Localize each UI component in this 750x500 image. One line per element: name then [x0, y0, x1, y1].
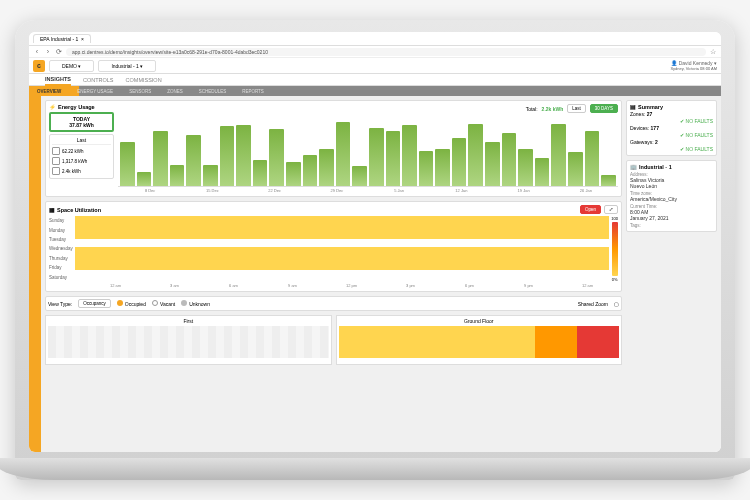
- occupied-dot: [117, 300, 123, 306]
- bar[interactable]: [551, 124, 566, 186]
- heatmap-scale: [612, 222, 618, 276]
- app-header: c DEMO ▾ Industrial - 1 ▾ 👤 David Kenned…: [29, 58, 721, 74]
- site-title: 🏢 Industrial - 1: [630, 164, 713, 170]
- bar[interactable]: [153, 131, 168, 186]
- zoom-toggle[interactable]: ▢: [614, 301, 619, 307]
- bar[interactable]: [303, 155, 318, 186]
- bar[interactable]: [386, 131, 401, 186]
- subtab-energy[interactable]: ENERGY USAGE: [73, 89, 117, 94]
- space-panel: ▦ Space Utilization Open ⤢ SundayMondayT…: [45, 201, 622, 292]
- user-info[interactable]: 👤 David Kennedy ▾ Sydney, Victoria 08:00…: [670, 60, 717, 71]
- bar[interactable]: [170, 165, 185, 186]
- site-info-panel: 🏢 Industrial - 1 Address: Salinas Victor…: [626, 160, 717, 232]
- browser-tab[interactable]: EPA Industrial - 1 ×: [33, 34, 91, 43]
- bar[interactable]: [369, 128, 384, 186]
- org-select[interactable]: DEMO ▾: [49, 60, 94, 72]
- gateways-status: ✔ NO FAULTS: [630, 146, 713, 152]
- bar[interactable]: [319, 149, 334, 186]
- bar[interactable]: [435, 149, 450, 186]
- bar[interactable]: [502, 133, 517, 186]
- sub-nav: OVERVIEW ENERGY USAGE SENSORS ZONES SCHE…: [29, 86, 721, 96]
- calendar-year-icon: [52, 167, 60, 175]
- floor-row: First Ground Floor: [45, 315, 622, 365]
- bar[interactable]: [419, 151, 434, 187]
- back-icon[interactable]: ‹: [33, 48, 41, 56]
- subtab-zones[interactable]: ZONES: [163, 89, 187, 94]
- bar[interactable]: [137, 172, 152, 186]
- heatmap-days: SundayMondayTuesdayWednesdayThursdayFrid…: [49, 216, 73, 282]
- bar[interactable]: [220, 126, 235, 186]
- energy-panel: ⚡ Energy Usage TODAY 37.87 kWh Last 62.2…: [45, 100, 622, 197]
- floor-first-map: [48, 326, 329, 358]
- calendar-month-icon: [52, 157, 60, 165]
- bar[interactable]: [601, 175, 616, 186]
- bar[interactable]: [518, 149, 533, 186]
- unknown-dot: [181, 300, 187, 306]
- bar[interactable]: [286, 162, 301, 186]
- x-axis: 8 Dec15 Dec22 Dec29 Dec5 Jan12 Jan19 Jan…: [118, 187, 618, 193]
- forward-icon[interactable]: ›: [44, 48, 52, 56]
- last-btn[interactable]: Last: [567, 104, 586, 113]
- energy-title: ⚡ Energy Usage: [49, 104, 114, 110]
- floor-ground[interactable]: Ground Floor: [336, 315, 623, 365]
- bar[interactable]: [468, 124, 483, 186]
- sidebar-rail[interactable]: [29, 96, 41, 452]
- browser-tab-bar: EPA Industrial - 1 ×: [29, 32, 721, 46]
- bar[interactable]: [203, 165, 218, 186]
- bar[interactable]: [336, 122, 351, 186]
- bar[interactable]: [535, 158, 550, 186]
- bar-chart: [118, 115, 618, 187]
- subtab-reports[interactable]: REPORTS: [238, 89, 268, 94]
- bar[interactable]: [120, 142, 135, 186]
- url-input[interactable]: app.ci.dentres.io/demo/insights/overview…: [66, 48, 706, 56]
- expand-icon[interactable]: ⤢: [604, 205, 618, 214]
- heatmap-grid[interactable]: [75, 216, 610, 270]
- tab-commission[interactable]: COMMISSION: [126, 75, 162, 85]
- floor-first[interactable]: First: [45, 315, 332, 365]
- vacant-dot: [152, 300, 158, 306]
- subtab-sensors[interactable]: SENSORS: [125, 89, 155, 94]
- bar[interactable]: [568, 152, 583, 186]
- bar[interactable]: [269, 129, 284, 186]
- energy-chart: Total: 2.2k kWh Last 30 DAYS 8 Dec15 Dec…: [118, 104, 618, 193]
- bar[interactable]: [186, 135, 201, 186]
- bar[interactable]: [352, 166, 367, 186]
- breadcrumb: DEMO ▾ Industrial - 1 ▾: [49, 60, 670, 72]
- subtab-overview[interactable]: OVERVIEW: [33, 89, 65, 94]
- bar[interactable]: [485, 142, 500, 186]
- site-select[interactable]: Industrial - 1 ▾: [98, 60, 156, 72]
- reload-icon[interactable]: ⟳: [55, 48, 63, 56]
- range-btn[interactable]: 30 DAYS: [590, 104, 618, 113]
- bar[interactable]: [236, 125, 251, 186]
- last-box: Last 62.22 kWh 1,317.8 kWh 2.4k kWh: [49, 134, 114, 179]
- heatmap-hours: 12 am3 am6 am9 am12 pm3 pm6 pm9 pm12 am: [49, 282, 618, 288]
- logo[interactable]: c: [33, 60, 45, 72]
- calendar-week-icon: [52, 147, 60, 155]
- floor-ground-map: [339, 326, 620, 358]
- today-box: TODAY 37.87 kWh: [49, 112, 114, 132]
- bar[interactable]: [452, 138, 467, 186]
- tab-controls[interactable]: CONTROLS: [83, 75, 114, 85]
- open-btn[interactable]: Open: [580, 205, 601, 214]
- bar[interactable]: [402, 125, 417, 186]
- bar[interactable]: [253, 160, 268, 186]
- main-nav: INSIGHTS CONTROLS COMMISSION: [29, 74, 721, 86]
- bar[interactable]: [585, 131, 600, 186]
- tab-insights[interactable]: INSIGHTS: [45, 74, 71, 86]
- space-title: ▦ Space Utilization: [49, 207, 101, 213]
- url-bar: ‹ › ⟳ app.ci.dentres.io/demo/insights/ov…: [29, 46, 721, 58]
- view-controls: View Type: Occupancy Occupied Vacant Unk…: [45, 296, 622, 311]
- summary-panel: ▤ Summary Zones: 27 ✔ NO FAULTS Devices:…: [626, 100, 717, 156]
- star-icon[interactable]: ☆: [709, 48, 717, 56]
- subtab-schedules[interactable]: SCHEDULES: [195, 89, 231, 94]
- view-type-select[interactable]: Occupancy: [78, 299, 111, 308]
